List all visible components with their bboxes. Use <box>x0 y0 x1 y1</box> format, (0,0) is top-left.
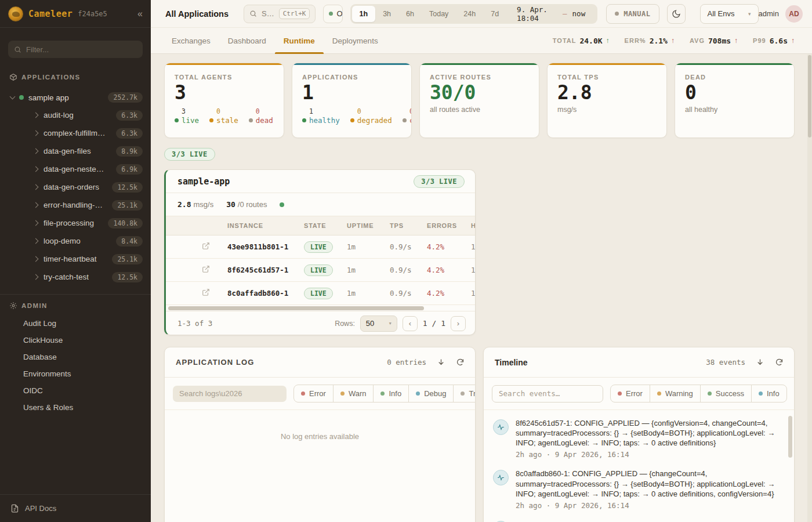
time-range-3h[interactable]: 3h <box>375 6 398 22</box>
stale-dot <box>209 118 213 122</box>
chevron-right-icon[interactable] <box>33 113 39 118</box>
connection-status-button[interactable]: O <box>323 5 342 23</box>
time-range-6h[interactable]: 6h <box>398 6 422 22</box>
tab-dashboard[interactable]: Dashboard <box>219 28 275 53</box>
time-range-24h[interactable]: 24h <box>456 6 483 22</box>
sidebar-filter-input[interactable] <box>26 45 137 54</box>
pulse-icon <box>493 470 509 485</box>
date-range-display[interactable]: 9. Apr. 18:04 – now <box>506 5 596 23</box>
avatar[interactable]: AD <box>785 5 803 23</box>
timeline-event[interactable]: 8f6245c61d57-1: CONFIG_APPLIED — {config… <box>493 418 781 459</box>
sidebar-item-timer-heartbeat[interactable]: timer-heartbeat 25.1k <box>0 250 151 268</box>
log-entries-count: 0 entries <box>387 358 426 367</box>
sidebar-item-users-roles[interactable]: Users & Roles <box>0 399 151 416</box>
chevron-right-icon[interactable] <box>33 202 39 208</box>
filter-chip-debug[interactable]: Debug <box>408 385 454 403</box>
manual-refresh-toggle[interactable]: MANUAL <box>606 4 659 24</box>
sidebar-item-data-gen-nested[interactable]: data-gen-neste… 6.9k <box>0 160 151 178</box>
log-search-input[interactable] <box>173 386 287 402</box>
sidebar-item-sample-app[interactable]: sample app 252.7k <box>0 89 151 106</box>
scrollbar-thumb[interactable] <box>168 306 424 310</box>
filter-chip-info[interactable]: Info <box>373 385 409 403</box>
chevron-right-icon[interactable] <box>33 166 39 172</box>
horizontal-scrollbar[interactable] <box>166 305 475 311</box>
timeline-event[interactable]: 8c0affadb860-1: CONFIG_APPLIED — {change… <box>493 469 781 509</box>
sidebar-item-error-handling[interactable]: error-handling-… 25.1k <box>0 196 151 214</box>
sidebar-collapse-icon[interactable]: « <box>137 9 143 19</box>
sidebar-item-data-gen-orders[interactable]: data-gen-orders 12.5k <box>0 178 151 196</box>
global-search-button[interactable]: S… Ctrl+K <box>244 5 316 23</box>
chevron-right-icon[interactable] <box>33 274 39 280</box>
timeline-scrollbar-thumb[interactable] <box>788 416 792 458</box>
sidebar-item-oidc[interactable]: OIDC <box>0 382 151 399</box>
main-area: All Applications S… Ctrl+K O 1h 3h 6h To… <box>151 0 812 522</box>
table-row[interactable]: 43ee9811b801-1 LIVE 1m 0.9/s 4.2% 1 <box>166 235 475 259</box>
timeline-event[interactable]: 43ee9811b801-1: CONFIG_APPLIED — {change… <box>493 520 781 522</box>
sidebar-item-file-processing[interactable]: file-processing 140.8k <box>0 214 151 232</box>
count-badge: 25.1k <box>112 200 143 211</box>
chevron-down-icon[interactable] <box>10 94 16 100</box>
sidebar-item-api-docs[interactable]: API Docs <box>0 494 151 522</box>
live-summary-row: 3/3 LIVE <box>164 148 799 161</box>
filter-chip-warn[interactable]: Warn <box>333 385 374 403</box>
sidebar-item-complex-fulfillment[interactable]: complex-fulfillm… 6.3k <box>0 124 151 142</box>
chevron-right-icon[interactable] <box>33 184 39 190</box>
sidebar-item-clickhouse[interactable]: ClickHouse <box>0 332 151 349</box>
time-range-today[interactable]: Today <box>422 6 456 22</box>
chevron-right-icon[interactable] <box>33 148 39 154</box>
timeline-search-input[interactable] <box>492 385 603 403</box>
chevron-right-icon[interactable] <box>33 256 39 262</box>
refresh-icon[interactable] <box>775 358 784 367</box>
external-link-icon[interactable] <box>202 265 210 273</box>
download-icon[interactable] <box>756 358 764 367</box>
count-badge: 6.9k <box>116 164 143 175</box>
log-panel-title: APPLICATION LOG <box>176 358 254 367</box>
time-range-7d[interactable]: 7d <box>483 6 506 22</box>
rows-per-page-select[interactable]: 50 ▾ <box>360 316 397 332</box>
sidebar-item-audit-log[interactable]: audit-log 6.3k <box>0 106 151 124</box>
prev-page-button[interactable]: ‹ <box>403 316 418 331</box>
status-dot-green <box>19 95 24 100</box>
admin-item-label: ClickHouse <box>23 336 63 345</box>
time-range-1h[interactable]: 1h <box>352 6 376 22</box>
filter-chip-trace[interactable]: Trace <box>453 385 476 403</box>
filter-chip-error[interactable]: Error <box>610 385 650 403</box>
environment-select[interactable]: All Envs ▾ <box>700 4 759 24</box>
download-icon[interactable] <box>437 358 445 367</box>
healthy-dot <box>302 118 306 122</box>
table-row[interactable]: 8f6245c61d57-1 LIVE 1m 0.9/s 4.2% 1 <box>166 259 475 282</box>
table-row[interactable]: 8c0affadb860-1 LIVE 1m 0.9/s 4.2% 1 <box>166 282 475 305</box>
instances-table-header: INSTANCE STATE UPTIME TPS ERRORS H <box>166 216 475 235</box>
tab-exchanges[interactable]: Exchanges <box>163 28 219 53</box>
chevron-right-icon[interactable] <box>33 130 39 136</box>
theme-toggle-button[interactable] <box>667 4 686 24</box>
sidebar-item-try-catch-test[interactable]: try-catch-test 12.5k <box>0 268 151 286</box>
sidebar-filter[interactable] <box>8 41 143 58</box>
filter-chip-error[interactable]: Error <box>293 385 334 403</box>
tab-deployments[interactable]: Deployments <box>324 28 387 53</box>
refresh-icon[interactable] <box>456 358 465 367</box>
app-live-badge: 3/3 LIVE <box>414 175 465 188</box>
sidebar-item-database[interactable]: Database <box>0 349 151 365</box>
tab-runtime[interactable]: Runtime <box>275 28 324 53</box>
page-indicator: 1 / 1 <box>423 319 445 328</box>
sidebar-item-data-gen-files[interactable]: data-gen-files 8.9k <box>0 142 151 160</box>
next-page-button[interactable]: › <box>451 316 466 331</box>
card-subtitle: all routes active <box>430 106 529 114</box>
sidebar-item-environments[interactable]: Environments <box>0 365 151 382</box>
tree-item-label: file-processing <box>44 219 94 227</box>
tree-item-label: loop-demo <box>44 237 81 245</box>
filter-chip-info[interactable]: Info <box>751 385 787 403</box>
page-scrollbar[interactable] <box>807 55 812 522</box>
admin-item-label: Database <box>23 353 57 361</box>
filter-chip-warning[interactable]: Warning <box>650 385 701 403</box>
chevron-right-icon[interactable] <box>33 220 39 226</box>
external-link-icon[interactable] <box>202 288 210 296</box>
live-badge[interactable]: 3/3 LIVE <box>164 148 215 161</box>
external-link-icon[interactable] <box>202 242 210 250</box>
filter-chip-success[interactable]: Success <box>700 385 752 403</box>
sidebar-item-loop-demo[interactable]: loop-demo 8.4k <box>0 232 151 250</box>
sidebar-item-audit-log-admin[interactable]: Audit Log <box>0 315 151 332</box>
scrollbar-thumb[interactable] <box>808 55 811 137</box>
chevron-right-icon[interactable] <box>33 238 39 244</box>
